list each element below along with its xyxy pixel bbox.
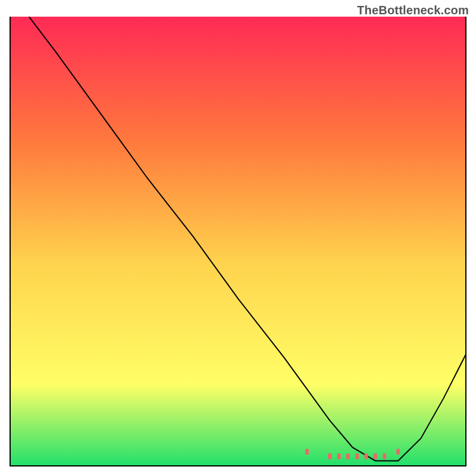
marker-point <box>337 453 341 459</box>
marker-point <box>374 453 377 459</box>
plot-area <box>11 17 466 465</box>
marker-point <box>305 449 309 455</box>
marker-point <box>383 453 386 459</box>
chart-svg <box>11 17 466 465</box>
marker-point <box>328 453 331 459</box>
chart-container <box>10 17 466 466</box>
marker-point <box>396 449 400 455</box>
watermark-text: TheBottleneck.com <box>357 4 469 17</box>
marker-point <box>355 453 359 459</box>
marker-point <box>346 453 350 459</box>
marker-point <box>364 453 368 459</box>
